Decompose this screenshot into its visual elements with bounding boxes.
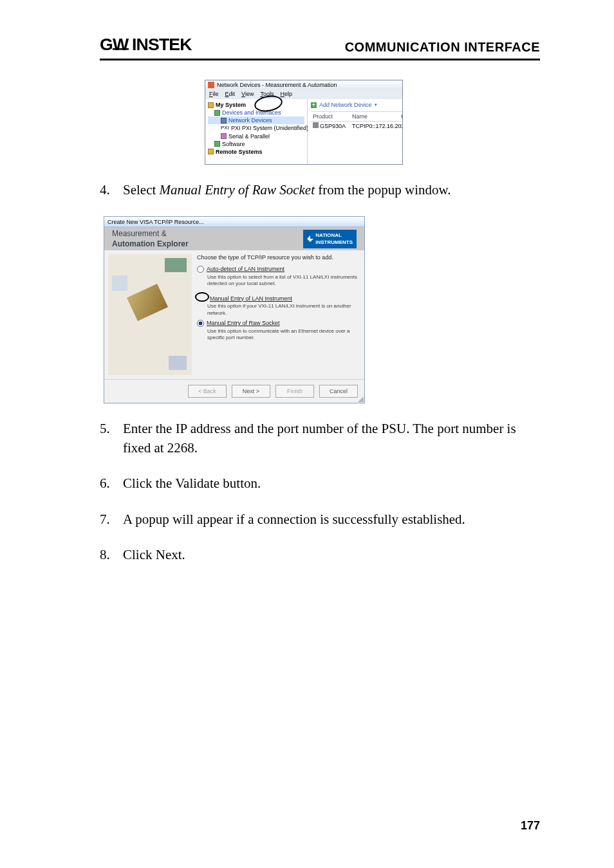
svg-text:G: G: [100, 35, 113, 54]
screenshot-network-devices: Network Devices - Measurement & Automati…: [205, 80, 403, 165]
step-8: 8. Click Next.: [100, 546, 540, 564]
back-button[interactable]: < Back: [188, 385, 227, 398]
gwinstek-logo-icon: G W INSTEK: [100, 35, 223, 55]
svg-rect-2: [113, 48, 129, 50]
option-raw-socket[interactable]: Manual Entry of Raw Socket Use this opti…: [197, 320, 359, 341]
banner: Measurement & Automation Explorer NATION…: [104, 227, 364, 250]
radio-selected-icon: [197, 320, 204, 327]
brand-logo: G W INSTEK: [100, 35, 223, 55]
tree-item-pxi[interactable]: PXIPXI PXI System (Unidentified): [208, 124, 304, 132]
highlight-circle-icon: [195, 292, 209, 302]
page-header: G W INSTEK COMMUNICATION INTERFACE: [100, 35, 540, 60]
menu-view[interactable]: View: [241, 90, 254, 98]
plus-icon: +: [311, 102, 317, 108]
menu-edit[interactable]: Edit: [225, 90, 236, 98]
menu-file[interactable]: File: [209, 90, 219, 98]
step-4: 4. Select Manual Entry of Raw Socket fro…: [100, 181, 540, 199]
table-row[interactable]: GSP930A TCPIP0::172.16.20... 172: [311, 122, 403, 131]
svg-text:INSTEK: INSTEK: [132, 35, 192, 54]
window-titlebar: Network Devices - Measurement & Automati…: [205, 80, 402, 89]
finish-button[interactable]: Finish: [275, 385, 314, 398]
step-7: 7. A popup will appear if a connection i…: [100, 510, 540, 529]
banner-title: Measurement & Automation Explorer: [112, 228, 189, 250]
add-network-device-button[interactable]: + Add Network Device ▾: [311, 101, 403, 109]
step-5: 5. Enter the IP address and the port num…: [100, 420, 540, 457]
wizard-buttons: < Back Next > Finish Cancel: [104, 379, 364, 403]
wizard-image: [108, 254, 192, 375]
svg-text:W: W: [113, 35, 129, 54]
menu-bar[interactable]: File Edit View Tools Help: [205, 89, 402, 99]
page-number: 177: [521, 819, 540, 833]
device-icon: [313, 122, 319, 128]
window-title: Network Devices - Measurement & Automati…: [217, 81, 337, 89]
ni-logo: NATIONAL INSTRUMENTS: [303, 230, 357, 248]
content: Network Devices - Measurement & Automati…: [100, 80, 540, 564]
cancel-button[interactable]: Cancel: [319, 385, 358, 398]
radio-icon: [197, 266, 204, 273]
tree-panel: My System Devices and Interfaces Network…: [205, 99, 308, 164]
tree-item-remote[interactable]: Remote Systems: [208, 148, 304, 156]
device-panel: + Add Network Device ▾ Product Name Hos …: [308, 99, 403, 164]
col-name: Name: [350, 112, 399, 122]
col-host: Hos: [399, 112, 403, 122]
menu-tools[interactable]: Tools: [260, 90, 274, 98]
tree-item-serial[interactable]: Serial & Parallel: [208, 133, 304, 140]
window-titlebar: Create New VISA TCP/IP Resource...: [104, 217, 364, 227]
tree-item-software[interactable]: Software: [208, 140, 304, 148]
screenshot-create-resource: Create New VISA TCP/IP Resource... Measu…: [104, 216, 365, 403]
option-manual-lan[interactable]: Manual Entry of LAN Instrument Use this …: [197, 291, 359, 317]
table-header: Product Name Hos: [311, 111, 403, 122]
option-autodetect[interactable]: Auto-detect of LAN Instrument Use this o…: [197, 266, 359, 287]
tree-item-devices[interactable]: Devices and Interfaces: [208, 109, 304, 116]
tree-item-my-system[interactable]: My System: [208, 101, 304, 109]
tree-item-network-devices[interactable]: Network Devices: [208, 116, 304, 124]
step-6: 6. Click the Validate button.: [100, 474, 540, 493]
chevron-down-icon: ▾: [375, 102, 377, 108]
col-product: Product: [311, 112, 350, 122]
menu-help[interactable]: Help: [280, 90, 292, 98]
app-icon: [208, 82, 214, 88]
resize-grip-icon: [358, 396, 364, 402]
options-panel: Choose the type of TCP/IP resource you w…: [196, 250, 364, 379]
options-heading: Choose the type of TCP/IP resource you w…: [197, 254, 359, 262]
ni-eagle-icon: [307, 235, 313, 242]
page-header-title: COMMUNICATION INTERFACE: [345, 40, 540, 55]
next-button[interactable]: Next >: [232, 385, 270, 398]
